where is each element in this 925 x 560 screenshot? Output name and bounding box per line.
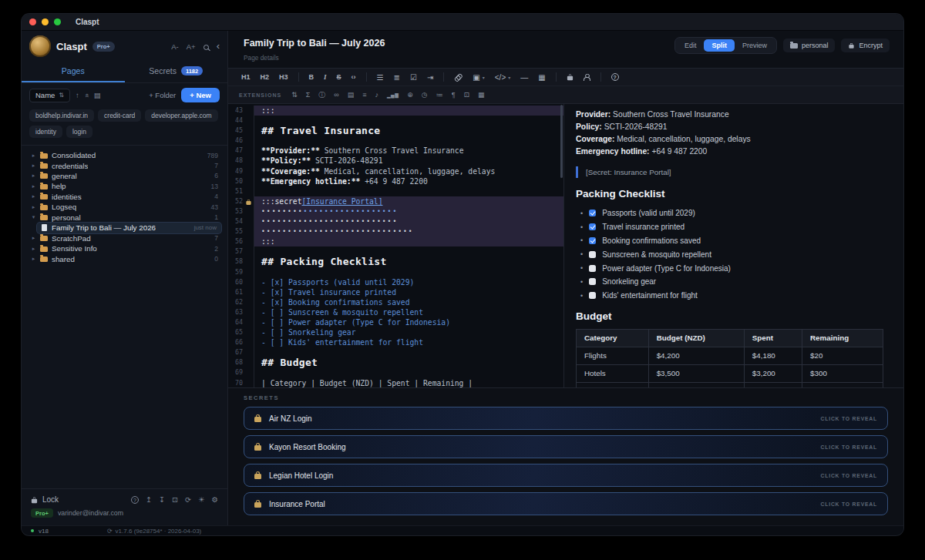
mode-preview-button[interactable]: Preview (735, 39, 775, 52)
checkbox-unchecked[interactable] (589, 265, 596, 272)
bold-button[interactable]: B (305, 72, 318, 82)
table-icon[interactable]: ▦ (534, 72, 549, 83)
frame-button[interactable]: ⊡ (172, 495, 178, 504)
encrypt-button[interactable]: Encrypt (841, 39, 890, 52)
editor-line[interactable]: 56::: (228, 236, 563, 246)
checkbox-unchecked[interactable] (589, 251, 596, 258)
italic-button[interactable]: I (320, 72, 331, 82)
list-view-icon[interactable]: ▤ (94, 91, 101, 99)
collapse-sidebar-button[interactable]: ‹ (217, 43, 220, 49)
strikethrough-button[interactable]: S (333, 72, 345, 82)
ordered-list-icon[interactable]: ≣ (390, 72, 404, 83)
embed-icon[interactable]: ∞ (334, 91, 338, 99)
lock-app-button[interactable]: Lock (31, 495, 59, 504)
font-decrease-button[interactable]: A- (171, 42, 179, 51)
page-row[interactable]: Family Trip to Bali — July 2026just now (37, 223, 221, 233)
minimize-window-button[interactable] (42, 18, 49, 25)
markdown-editor[interactable]: 43:::4445## Travel Insurance4647**Provid… (228, 104, 563, 387)
checkbox-unchecked[interactable] (589, 292, 596, 299)
editor-line[interactable]: 70| Category | Budget (NZD) | Spent | Re… (228, 378, 563, 387)
link-icon[interactable] (450, 74, 466, 81)
sort-ascending-icon[interactable]: ↑ (76, 91, 79, 99)
secret-card[interactable]: Kayon Resort BookingCLICK TO REVEAL (244, 435, 888, 458)
hr-icon[interactable]: — (516, 72, 532, 83)
align-icon[interactable]: ≡ (362, 91, 366, 99)
editor-line[interactable]: 63- [ ] Sunscreen & mosquito repellent (228, 307, 563, 317)
sort-icon[interactable]: ⇅ (291, 91, 298, 99)
tag-chip[interactable]: credit-card (98, 109, 141, 122)
tag-chip[interactable]: login (66, 126, 92, 138)
folder-row[interactable]: ▸ScratchPad7 (28, 233, 221, 243)
editor-line[interactable]: 66- [ ] Kids' entertainment for flight (228, 337, 563, 347)
indent-icon[interactable]: ⇥ (423, 72, 437, 83)
settings-button[interactable]: ⚙ (211, 495, 218, 504)
theme-button[interactable]: ☀ (198, 495, 205, 504)
bullet-list-icon[interactable]: ☰ (373, 72, 388, 83)
checkbox-icon[interactable]: ⊡ (464, 91, 470, 99)
footnote-icon[interactable]: ¶ (452, 91, 456, 99)
editor-line[interactable]: 48**Policy:** SCTI-2026-48291 (228, 156, 563, 166)
clock-icon[interactable]: ◷ (422, 91, 428, 99)
editor-scrollbar[interactable] (560, 105, 563, 178)
folder-row[interactable]: ▸Sensitive Info2 (28, 243, 221, 253)
mode-split-button[interactable]: Split (704, 39, 735, 52)
search-button[interactable] (204, 41, 209, 52)
folder-row[interactable]: ▸identities4 (28, 192, 221, 202)
folder-row[interactable]: ▸shared0 (28, 254, 221, 264)
editor-line[interactable]: 45## Travel Insurance (228, 126, 563, 136)
h3-button[interactable]: H3 (275, 72, 292, 82)
secret-card[interactable]: Legian Hotel LoginCLICK TO REVEAL (244, 464, 888, 487)
editor-line[interactable]: 50**Emergency hotline:** +64 9 487 2200 (228, 176, 563, 186)
editor-line[interactable]: 49**Coverage:** Medical, cancellation, l… (228, 166, 563, 176)
info-icon[interactable]: ⓘ (318, 90, 325, 100)
help-button[interactable]: ? (131, 495, 139, 505)
sync-button[interactable]: ⟳ (185, 495, 191, 504)
folder-row[interactable]: ▸credentials7 (28, 160, 221, 170)
checkbox-unchecked[interactable] (589, 278, 596, 285)
editor-line[interactable]: 65- [ ] Snorkeling gear (228, 327, 563, 337)
editor-line[interactable]: 51 (228, 186, 563, 196)
mode-edit-button[interactable]: Edit (677, 39, 705, 52)
mention-user-button[interactable] (580, 72, 594, 82)
share-button[interactable]: ↥ (146, 495, 152, 504)
collapse-all-icon[interactable]: « (85, 91, 89, 99)
list-icon[interactable]: ≔ (436, 91, 443, 99)
editor-line[interactable]: 52:::secret[Insurance Portal] (228, 196, 563, 206)
checkbox-checked[interactable] (589, 237, 596, 244)
h2-button[interactable]: H2 (257, 72, 274, 82)
zoom-window-button[interactable] (54, 18, 61, 25)
folder-row[interactable]: ▸general6 (28, 171, 221, 181)
editor-line[interactable]: 60- [x] Passports (valid until 2029) (228, 277, 563, 287)
editor-line[interactable]: 68## Budget (228, 357, 563, 367)
editor-line[interactable]: 69 (228, 367, 563, 377)
editor-line[interactable]: 43::: (228, 106, 563, 116)
music-icon[interactable]: ♪ (375, 91, 378, 99)
editor-line[interactable]: 62- [x] Booking confirmations saved (228, 297, 563, 307)
checkbox-checked[interactable] (589, 210, 596, 216)
folder-row[interactable]: ▸Consolidated789 (28, 150, 221, 160)
tab-secrets[interactable]: Secrets 1182 (125, 62, 228, 82)
secret-card[interactable]: Insurance PortalCLICK TO REVEAL (244, 492, 888, 515)
tag-chip[interactable]: identity (29, 126, 62, 138)
secret-card[interactable]: Air NZ LoginCLICK TO REVEAL (244, 407, 888, 430)
tag-chip[interactable]: boldhelp.indivar.in (29, 109, 94, 122)
math-icon[interactable]: Σ (306, 91, 311, 99)
tag-chip[interactable]: developer.apple.com (145, 109, 217, 122)
editor-line[interactable]: 55••••••••••••••••••••••••••••• (228, 226, 563, 236)
inline-code-button[interactable]: ‹› (348, 72, 360, 82)
task-list-icon[interactable]: ☑ (406, 72, 421, 83)
editor-line[interactable]: 54•••••••••••••••••••••••••• (228, 216, 563, 226)
close-window-button[interactable] (29, 18, 36, 25)
editor-line[interactable]: 46 (228, 136, 563, 146)
chart-icon[interactable]: ▂▅▇ (387, 92, 399, 98)
tab-pages[interactable]: Pages (22, 62, 125, 82)
new-page-button[interactable]: + New (181, 88, 220, 102)
editor-line[interactable]: 58## Packing Checklist (228, 257, 563, 267)
secret-lock-button[interactable] (563, 72, 577, 82)
page-details-toggle[interactable]: Page details (244, 54, 888, 62)
grid-icon[interactable]: ▦ (478, 91, 485, 99)
image-icon[interactable]: ▣▾ (469, 72, 488, 83)
editor-line[interactable]: 59 (228, 267, 563, 277)
editor-line[interactable]: 53•••••••••••••••••••••••••• (228, 206, 563, 216)
download-button[interactable]: ↧ (159, 495, 165, 504)
